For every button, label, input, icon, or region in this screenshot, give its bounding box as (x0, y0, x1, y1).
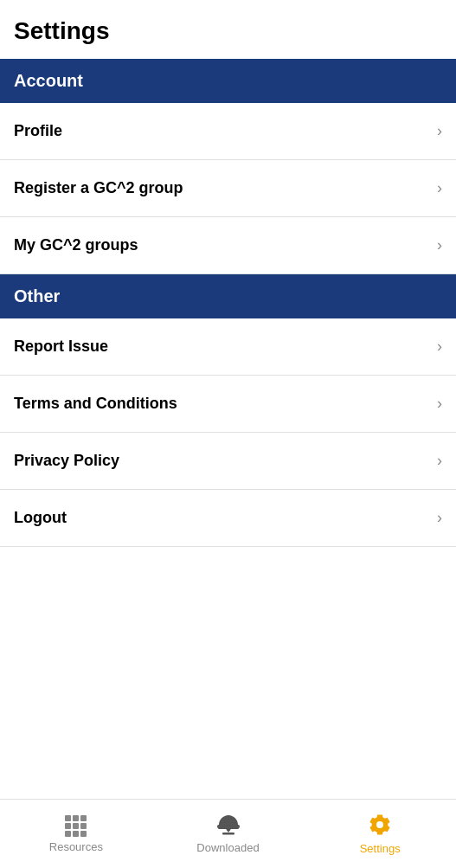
nav-item-resources-label: Resources (49, 840, 103, 853)
chevron-right-icon: › (437, 452, 442, 470)
menu-item-profile[interactable]: Profile › (0, 103, 456, 160)
menu-item-my-gc2-groups[interactable]: My GC^2 groups › (0, 217, 456, 274)
nav-item-downloaded-label: Downloaded (196, 841, 259, 854)
svg-point-3 (376, 821, 383, 828)
nav-item-resources[interactable]: Resources (0, 800, 152, 868)
menu-item-terms[interactable]: Terms and Conditions › (0, 376, 456, 433)
menu-item-register-gc2-group[interactable]: Register a GC^2 group › (0, 160, 456, 217)
grid-icon (65, 815, 87, 837)
svg-rect-1 (227, 824, 229, 831)
section-header-account: Account (0, 59, 456, 103)
menu-item-privacy[interactable]: Privacy Policy › (0, 433, 456, 490)
chevron-right-icon: › (437, 122, 442, 140)
gear-icon (367, 813, 393, 839)
menu-item-register-gc2-label: Register a GC^2 group (14, 179, 183, 197)
nav-item-downloaded[interactable]: Downloaded (152, 800, 305, 868)
nav-item-settings-label: Settings (360, 842, 401, 855)
download-icon (215, 813, 241, 838)
chevron-right-icon: › (437, 509, 442, 527)
chevron-right-icon: › (437, 236, 442, 254)
menu-item-terms-label: Terms and Conditions (14, 395, 177, 413)
menu-item-my-gc2-label: My GC^2 groups (14, 236, 138, 254)
page-title: Settings (0, 0, 456, 59)
menu-item-logout[interactable]: Logout › (0, 490, 456, 547)
section-header-other: Other (0, 274, 456, 318)
menu-item-logout-label: Logout (14, 509, 67, 527)
chevron-right-icon: › (437, 338, 442, 356)
chevron-right-icon: › (437, 395, 442, 413)
menu-item-profile-label: Profile (14, 122, 62, 140)
nav-item-settings[interactable]: Settings (304, 800, 456, 868)
chevron-right-icon: › (437, 179, 442, 197)
menu-item-report-issue-label: Report Issue (14, 338, 108, 356)
svg-rect-2 (222, 833, 234, 835)
content-area: Account Profile › Register a GC^2 group … (0, 59, 456, 616)
bottom-nav: Resources Downloaded Settings (0, 799, 456, 868)
menu-item-report-issue[interactable]: Report Issue › (0, 318, 456, 376)
menu-item-privacy-label: Privacy Policy (14, 452, 119, 470)
